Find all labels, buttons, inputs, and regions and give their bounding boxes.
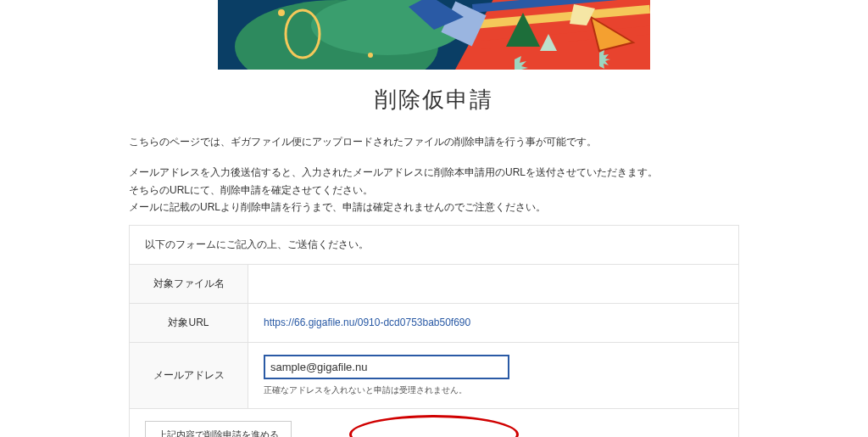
form-caption: 以下のフォームにご記入の上、ご送信ください。 [130, 225, 739, 264]
label-email: メールアドレス [130, 342, 248, 408]
request-form: 以下のフォームにご記入の上、ご送信ください。 対象ファイル名 対象URL htt… [129, 225, 739, 437]
page-title: 削除仮申請 [0, 85, 868, 115]
row-email: メールアドレス 正確なアドレスを入れないと申請は受理されません。 [130, 342, 739, 408]
label-url: 対象URL [130, 303, 248, 342]
row-url: 対象URL https://66.gigafile.nu/0910-dcd075… [130, 303, 739, 342]
submit-button[interactable]: 上記内容で削除申請を進める [145, 421, 292, 437]
email-field[interactable] [264, 355, 509, 379]
content-container: こちらのページでは、ギガファイル便にアップロードされたファイルの削除申請を行う事… [129, 133, 739, 437]
highlight-oval [349, 415, 519, 437]
intro-paragraph-1: こちらのページでは、ギガファイル便にアップロードされたファイルの削除申請を行う事… [129, 133, 739, 150]
email-note: 正確なアドレスを入れないと申請は受理されません。 [264, 384, 723, 396]
row-filename: 対象ファイル名 [130, 264, 739, 303]
hero-banner [0, 0, 868, 70]
svg-point-4 [278, 9, 285, 16]
hero-image [218, 0, 650, 70]
intro-paragraph-2: メールアドレスを入力後送信すると、入力されたメールアドレスに削除本申請用のURL… [129, 164, 739, 216]
label-filename: 対象ファイル名 [130, 264, 248, 303]
intro-text: こちらのページでは、ギガファイル便にアップロードされたファイルの削除申請を行う事… [129, 133, 739, 216]
target-url-link[interactable]: https://66.gigafile.nu/0910-dcd0753bab50… [264, 317, 470, 328]
value-filename [248, 264, 739, 303]
svg-point-5 [368, 53, 373, 58]
